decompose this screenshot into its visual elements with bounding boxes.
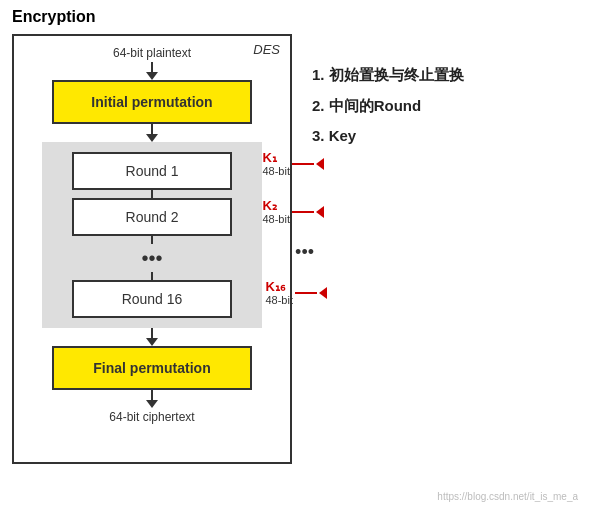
page-title: Encryption	[0, 0, 592, 30]
k16-label: K₁₆	[265, 280, 284, 294]
watermark: https://blog.csdn.net/it_is_me_a	[437, 491, 578, 502]
key-arrow-16: K₁₆ 48-bit	[265, 280, 327, 306]
plaintext-label: 64-bit plaintext	[113, 46, 191, 60]
ciphertext-label: 64-bit ciphertext	[109, 410, 194, 424]
round-1-box: Round 1	[72, 152, 232, 190]
k1-label: K₁	[262, 151, 276, 165]
round-2-box: Round 2	[72, 198, 232, 236]
des-diagram: DES 64-bit plaintext Initial permutation…	[12, 34, 292, 464]
k16-bits: 48-bit	[265, 294, 293, 306]
key-arrow-2: K₂ 48-bit	[262, 199, 324, 225]
key-arrow-1: K₁ 48-bit	[262, 151, 324, 177]
rounds-area: Round 1 K₁ 48-bit Round 2 K₂ 48-bit	[42, 142, 262, 328]
dots-key: •••	[295, 242, 314, 263]
right-item-3: 3. Key	[312, 125, 532, 148]
final-permutation-box: Final permutation	[52, 346, 252, 390]
right-item-2: 2. 中间的Round	[312, 95, 532, 118]
initial-permutation-box: Initial permutation	[52, 80, 252, 124]
k2-label: K₂	[262, 199, 276, 213]
dots-middle: •••	[141, 244, 162, 272]
k2-bits: 48-bit	[262, 213, 290, 225]
right-panel: 1. 初始置换与终止置换 2. 中间的Round 3. Key	[312, 34, 532, 464]
k1-bits: 48-bit	[262, 165, 290, 177]
round-16-box: Round 16	[72, 280, 232, 318]
right-item-1: 1. 初始置换与终止置换	[312, 64, 532, 87]
des-label: DES	[253, 42, 280, 57]
